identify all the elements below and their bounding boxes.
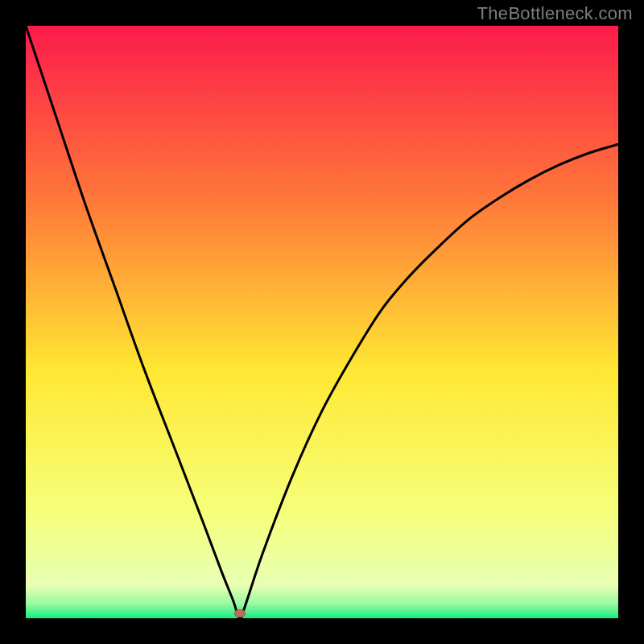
gradient-background (26, 26, 618, 618)
chart-svg (26, 26, 618, 618)
minimum-marker (234, 609, 246, 617)
chart-frame: TheBottleneck.com (0, 0, 644, 644)
plot-area (26, 26, 618, 618)
watermark-text: TheBottleneck.com (477, 3, 633, 24)
